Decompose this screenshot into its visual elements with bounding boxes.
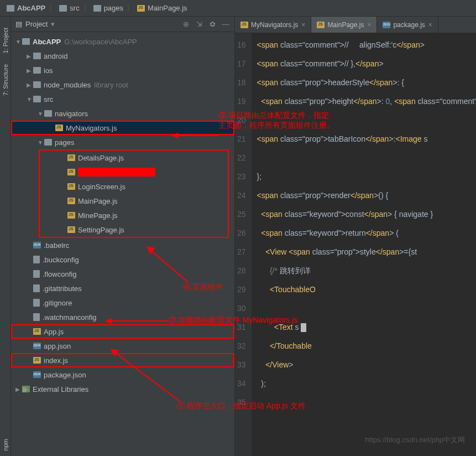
breadcrumb: AbcAPP 〉 src 〉 pages 〉 MainPage.js [0, 0, 476, 17]
tree-root[interactable]: ▼AbcAPPG:\workspace\AbcAPP [11, 34, 234, 49]
target-icon[interactable]: ⊕ [181, 20, 190, 29]
js-icon [240, 22, 248, 28]
tree-item[interactable]: package.json [11, 367, 234, 382]
tree-item[interactable]: SettingPage.js [40, 222, 228, 237]
gear-icon[interactable]: ✿ [208, 20, 217, 29]
breadcrumb-label: MainPage.js [148, 4, 187, 12]
panel-title[interactable]: ▤ Project ▾ [15, 20, 181, 28]
chevron-right-icon: 〉 [127, 3, 134, 13]
rail-npm[interactable]: npm [2, 433, 9, 456]
tree-item[interactable]: ▼pages [11, 135, 234, 149]
tree-item[interactable]: App.js [11, 324, 234, 339]
close-icon[interactable]: × [428, 21, 432, 29]
editor-tab[interactable]: MainPage.js× [311, 17, 377, 33]
tree-item[interactable]: ▼src [11, 92, 234, 106]
tree-item[interactable]: ▶⊪External Libraries [11, 382, 234, 396]
close-icon[interactable]: × [301, 21, 305, 29]
tree-item[interactable] [40, 165, 228, 179]
collapse-icon[interactable]: ⇲ [195, 20, 203, 29]
breadcrumb-label: AbcAPP [17, 4, 45, 12]
tree-item[interactable]: index.js [11, 353, 234, 367]
tree-item[interactable]: MainPage.js [40, 194, 228, 208]
code-area[interactable]: 1617181920212223242526272829303132333435… [235, 33, 476, 456]
breadcrumb-project[interactable]: AbcAPP [4, 4, 48, 12]
tree-item[interactable]: ▶node_moduleslibrary root [11, 77, 234, 92]
hide-icon[interactable]: — [221, 20, 230, 29]
breadcrumb-file[interactable]: MainPage.js [135, 4, 190, 12]
tree-item[interactable]: .flowconfig [11, 267, 234, 281]
editor-tab[interactable]: package.js× [377, 17, 438, 33]
tree-item[interactable]: app.json [11, 339, 234, 353]
rail-structure[interactable]: 7: Structure [2, 59, 9, 101]
project-tree[interactable]: ▼AbcAPPG:\workspace\AbcAPP▶android▶ios▶n… [11, 32, 234, 456]
tree-item[interactable]: .watchmanconfig [11, 310, 234, 324]
chevron-right-icon: 〉 [49, 3, 56, 13]
tool-window-rail: 1: Project 7: Structure npm [0, 17, 11, 456]
gutter: 1617181920212223242526272829303132333435 [235, 33, 252, 456]
tree-item[interactable]: MyNavigators.js [11, 121, 234, 135]
tree-item[interactable]: .gitattributes [11, 281, 234, 296]
editor-tabs: MyNavigators.js×MainPage.js×package.js× [235, 17, 476, 33]
editor-tab[interactable]: MyNavigators.js× [235, 17, 311, 33]
js-icon [137, 5, 145, 12]
tree-item[interactable]: MinePage.js [40, 208, 228, 222]
folder-icon [7, 5, 14, 12]
editor: MyNavigators.js×MainPage.js×package.js× … [235, 17, 476, 456]
watermark: https://blog.csdn.net/php中文网 [365, 435, 465, 445]
tree-item[interactable]: ▶android [11, 49, 234, 63]
js-icon [317, 22, 325, 28]
project-panel: ▤ Project ▾ ⊕ ⇲ ✿ — ▼AbcAPPG:\workspace\… [11, 17, 235, 456]
breadcrumb-pages[interactable]: pages [91, 4, 125, 12]
json-icon [383, 22, 390, 28]
tree-item[interactable]: LoginScreen.js [40, 179, 228, 194]
tree-item[interactable]: ▶ios [11, 63, 234, 77]
breadcrumb-label: src [70, 4, 79, 12]
rail-project[interactable]: 1: Project [2, 22, 9, 59]
breadcrumb-src[interactable]: src [57, 4, 81, 12]
close-icon[interactable]: × [367, 21, 371, 29]
tree-item[interactable]: DetailsPage.js [40, 151, 228, 165]
breadcrumb-label: pages [104, 4, 123, 12]
panel-header: ▤ Project ▾ ⊕ ⇲ ✿ — [11, 17, 234, 32]
tree-item[interactable]: .gitignore [11, 296, 234, 310]
tree-item[interactable]: ▼navigators [11, 106, 234, 121]
tree-item[interactable]: .buckconfig [11, 252, 234, 267]
tree-item[interactable]: .babelrc [11, 238, 234, 252]
code-content[interactable]: <span class="comment">// alignSelf:'c</s… [252, 33, 476, 456]
folder-icon [93, 5, 101, 12]
folder-icon [59, 5, 67, 12]
chevron-right-icon: 〉 [83, 3, 90, 13]
